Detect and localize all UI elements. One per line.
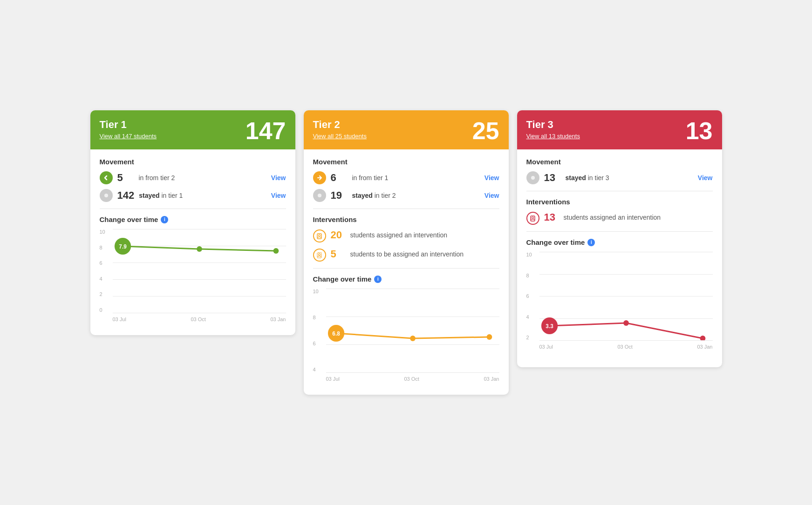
tier3-movement-count-stayed: 13 xyxy=(544,172,561,184)
tier3-divider-2 xyxy=(526,231,713,232)
tier3-header-left: Tier 3 View all 13 students xyxy=(526,119,580,140)
tier3-info-icon[interactable]: i xyxy=(587,239,595,246)
tier3-movement-icon-stayed xyxy=(526,171,539,184)
tier1-view-link[interactable]: View all 147 students xyxy=(100,133,157,140)
tier2-chart-svg: 6.8 xyxy=(326,289,499,372)
grid-line xyxy=(113,313,286,313)
tier3-title: Tier 3 xyxy=(526,119,553,130)
svg-point-0 xyxy=(104,194,108,197)
tier1-body: Movement 5 in from tier 2 View 142 staye… xyxy=(90,149,295,335)
tier2-intervention-text-to-assign: students to be assigned an intervention xyxy=(350,248,499,259)
tier2-view-btn-in[interactable]: View xyxy=(484,174,499,182)
tier2-movement-text-stayed: stayed in tier 2 xyxy=(352,192,480,199)
tier1-count: 147 xyxy=(246,119,286,143)
tier1-movement-text-in: in from tier 2 xyxy=(139,174,266,182)
tier2-movement-text-in: in from tier 1 xyxy=(352,174,480,182)
svg-point-12 xyxy=(410,336,416,341)
tier2-interventions-label: Interventions xyxy=(313,215,499,223)
tier1-movement-icon-stayed xyxy=(100,189,113,202)
tier2-view-btn-stayed[interactable]: View xyxy=(484,192,499,199)
tier2-chart-area: 6.8 xyxy=(326,289,499,372)
tier1-chart-area: 7.9 xyxy=(113,229,286,313)
tier3-movement-text-stayed: stayed in tier 3 xyxy=(566,174,693,182)
tier2-intervention-icon-assigned xyxy=(313,229,326,242)
tier1-header: Tier 1 View all 147 students 147 xyxy=(90,110,295,149)
cards-container: Tier 1 View all 147 students 147 Movemen… xyxy=(10,110,802,395)
tier1-change-label: Change over time i xyxy=(100,215,286,223)
svg-point-14 xyxy=(531,176,535,180)
tier2-header: Tier 2 View all 25 students 25 xyxy=(304,110,509,149)
tier2-movement-row-1: 6 in from tier 1 View xyxy=(313,171,499,184)
tier1-chart: 10 8 6 4 2 0 xyxy=(100,229,286,327)
tier1-view-btn-stayed[interactable]: View xyxy=(271,192,286,199)
tier2-header-left: Tier 2 View all 25 students xyxy=(313,119,367,140)
tier2-movement-count-stayed: 19 xyxy=(331,189,348,202)
tier2-divider-2 xyxy=(313,268,499,269)
tier3-movement-label: Movement xyxy=(526,158,713,166)
tier3-chart-svg: 3.3 xyxy=(539,252,713,340)
tier1-x-labels: 03 Jul 03 Oct 03 Jan xyxy=(113,316,286,322)
tier3-divider-1 xyxy=(526,191,713,191)
tier2-card: Tier 2 View all 25 students 25 Movement … xyxy=(304,110,509,395)
svg-point-16 xyxy=(532,217,534,219)
tier3-body: Movement 13 stayed in tier 3 View Interv… xyxy=(517,149,722,367)
tier1-info-icon[interactable]: i xyxy=(161,216,168,223)
tier2-movement-icon-in xyxy=(313,171,326,184)
tier3-header: Tier 3 View all 13 students 13 xyxy=(517,110,722,149)
tier2-intervention-count-to-assign: 5 xyxy=(331,248,346,260)
tier3-movement-row-1: 13 stayed in tier 3 View xyxy=(526,171,713,184)
svg-point-7 xyxy=(319,235,321,236)
tier2-intervention-icon-to-assign xyxy=(313,249,326,262)
grid-line xyxy=(539,340,713,341)
tier2-view-link[interactable]: View all 25 students xyxy=(313,133,367,140)
tier2-intervention-count-assigned: 20 xyxy=(331,229,346,241)
tier3-chart-area: 3.3 xyxy=(539,252,713,340)
tier2-change-label: Change over time i xyxy=(313,275,499,283)
svg-point-5 xyxy=(318,194,321,197)
tier2-divider-1 xyxy=(313,209,499,209)
tier3-view-link[interactable]: View all 13 students xyxy=(526,133,580,140)
svg-text:7.9: 7.9 xyxy=(119,243,127,250)
tier2-intervention-row-2: 5 students to be assigned an interventio… xyxy=(313,248,499,262)
tier2-movement-count-in: 6 xyxy=(331,172,348,184)
tier2-movement-row-2: 19 stayed in tier 2 View xyxy=(313,189,499,202)
tier1-movement-row-2: 142 stayed in tier 1 View xyxy=(100,189,286,202)
tier3-interventions-label: Interventions xyxy=(526,198,713,206)
svg-point-9 xyxy=(319,254,321,256)
tier1-movement-icon-in xyxy=(100,171,113,184)
grid-line xyxy=(326,372,499,373)
tier3-intervention-text-assigned: students assigned an intervention xyxy=(564,211,713,222)
tier3-intervention-icon-assigned xyxy=(526,212,539,225)
tier1-card: Tier 1 View all 147 students 147 Movemen… xyxy=(90,110,295,335)
tier2-body: Movement 6 in from tier 1 View 19 stayed… xyxy=(304,149,509,395)
tier1-chart-svg: 7.9 xyxy=(113,229,286,313)
svg-point-3 xyxy=(197,246,202,252)
tier2-intervention-row-1: 20 students assigned an intervention xyxy=(313,229,499,242)
tier1-movement-text-stayed: stayed in tier 1 xyxy=(139,192,266,199)
tier1-movement-count-in: 5 xyxy=(117,172,134,184)
tier2-movement-icon-stayed xyxy=(313,189,326,202)
svg-point-19 xyxy=(623,320,629,326)
tier3-x-labels: 03 Jul 03 Oct 03 Jan xyxy=(539,344,713,350)
tier1-view-btn-in[interactable]: View xyxy=(271,174,286,182)
tier3-chart: 10 8 6 4 2 xyxy=(526,252,713,359)
svg-point-4 xyxy=(273,248,279,254)
tier1-movement-count-stayed: 142 xyxy=(117,189,135,202)
tier2-intervention-text-assigned: students assigned an intervention xyxy=(350,229,499,240)
tier2-chart: 10 8 6 4 xyxy=(313,289,499,386)
tier3-card: Tier 3 View all 13 students 13 Movement … xyxy=(517,110,722,367)
tier2-x-labels: 03 Jul 03 Oct 03 Jan xyxy=(326,376,499,382)
svg-point-13 xyxy=(486,334,492,340)
tier2-count: 25 xyxy=(472,119,499,143)
tier1-movement-label: Movement xyxy=(100,158,286,166)
tier2-title: Tier 2 xyxy=(313,119,340,130)
tier3-change-label: Change over time i xyxy=(526,238,713,246)
tier3-count: 13 xyxy=(686,119,713,143)
svg-text:3.3: 3.3 xyxy=(546,323,553,330)
tier3-view-btn-stayed[interactable]: View xyxy=(698,174,713,182)
tier2-info-icon[interactable]: i xyxy=(374,276,382,283)
tier3-intervention-count-assigned: 13 xyxy=(544,211,559,223)
tier1-title: Tier 1 xyxy=(100,119,127,130)
tier1-header-left: Tier 1 View all 147 students xyxy=(100,119,157,140)
tier1-movement-row-1: 5 in from tier 2 View xyxy=(100,171,286,184)
